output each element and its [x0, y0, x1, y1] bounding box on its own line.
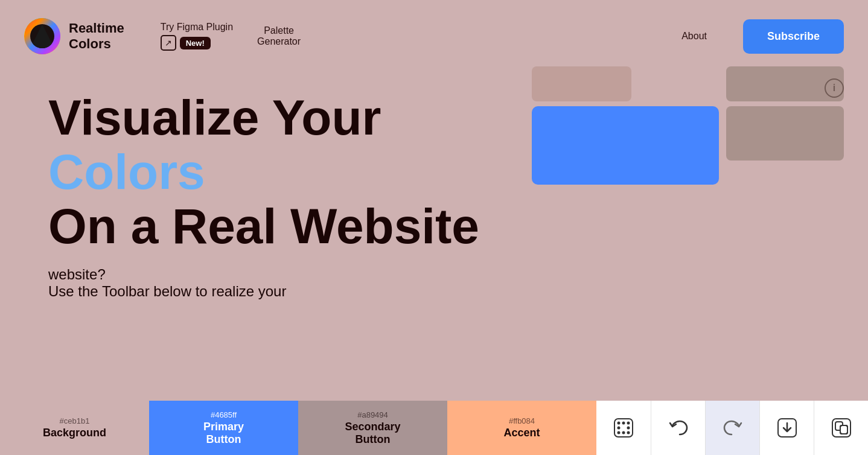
primary-hex: #4685ff: [211, 410, 237, 419]
svg-point-8: [627, 427, 630, 430]
subtitle-question: website?: [48, 266, 820, 283]
undo-button[interactable]: [651, 401, 705, 455]
svg-point-4: [617, 422, 621, 425]
download-button[interactable]: [759, 401, 814, 455]
secondary-label: Secondary Button: [345, 421, 400, 446]
accent-hex: #ffb084: [509, 416, 535, 425]
nav-palette-text: Palette Generator: [257, 25, 301, 47]
svg-point-0: [24, 18, 60, 54]
undo-icon: [668, 417, 689, 439]
toolbar: #ceb1b1 Background #4685ff Primary Butto…: [0, 401, 868, 455]
main-content: Visualize Your Colors On a Real Website …: [0, 72, 868, 300]
logo-text: Realtime Colors: [69, 21, 124, 52]
nav-figma-text: Try Figma Plugin: [161, 22, 233, 33]
headline-line1: Visualize Your: [48, 91, 483, 145]
color-swatch-primary[interactable]: #4685ff Primary Button: [149, 401, 298, 455]
copy-link-icon: [831, 417, 852, 439]
nav-about[interactable]: About: [681, 31, 707, 42]
subtitle-desc: Use the Toolbar below to realize your: [48, 283, 820, 300]
preview-area: [532, 66, 844, 185]
preview-box-3: [726, 106, 844, 161]
svg-point-10: [622, 431, 625, 434]
color-swatch-background[interactable]: #ceb1b1 Background: [0, 401, 149, 455]
randomize-button[interactable]: [596, 401, 651, 455]
subtitle-area: website? Use the Toolbar below to realiz…: [48, 266, 820, 300]
nav-palette-generator[interactable]: Palette Generator: [257, 25, 301, 47]
color-swatch-secondary[interactable]: #a89494 Secondary Button: [298, 401, 447, 455]
external-link-icon: ↗: [161, 35, 176, 51]
accent-label: Accent: [503, 427, 540, 439]
subscribe-button[interactable]: Subscribe: [743, 19, 844, 54]
svg-point-5: [622, 422, 625, 425]
logo[interactable]: Realtime Colors: [24, 18, 124, 54]
logo-icon: [24, 18, 60, 54]
svg-point-6: [627, 422, 630, 425]
copy-link-button[interactable]: [814, 401, 868, 455]
svg-point-1: [30, 24, 54, 48]
nav-figma-plugin[interactable]: Try Figma Plugin ↗ New!: [161, 22, 233, 51]
bg-label: Background: [43, 427, 106, 439]
svg-point-9: [617, 431, 621, 434]
new-badge: New!: [180, 37, 211, 49]
main-nav: Try Figma Plugin ↗ New! Palette Generato…: [161, 22, 681, 51]
secondary-hex: #a89494: [357, 410, 388, 419]
bg-hex: #ceb1b1: [60, 416, 90, 425]
svg-point-11: [627, 431, 630, 434]
download-icon: [776, 417, 798, 439]
headline-line3: On a Real Website: [48, 199, 483, 253]
preview-left-col: [532, 66, 719, 185]
toolbar-actions: [596, 401, 868, 455]
preview-right-col: [726, 66, 844, 185]
preview-box-1: [532, 66, 631, 101]
redo-icon: [722, 417, 744, 439]
primary-label: Primary Button: [203, 421, 244, 446]
dice-icon: [613, 417, 634, 439]
svg-point-7: [617, 427, 621, 430]
redo-button[interactable]: [705, 401, 759, 455]
preview-box-blue-main: [532, 106, 719, 185]
svg-rect-17: [840, 425, 847, 434]
color-swatch-accent[interactable]: #ffb084 Accent: [447, 401, 596, 455]
preview-box-2: [726, 66, 844, 101]
